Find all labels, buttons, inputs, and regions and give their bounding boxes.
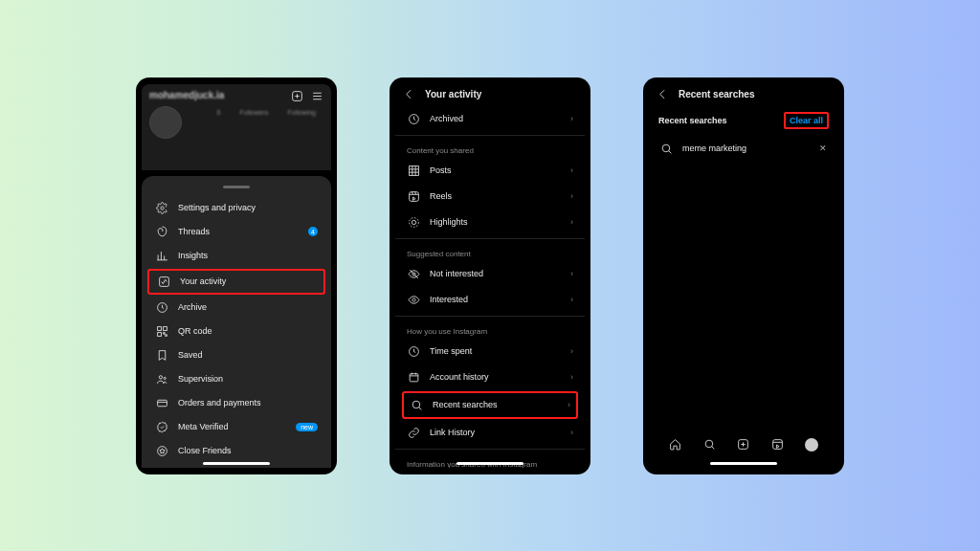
- row-link-history[interactable]: Link History ›: [395, 420, 585, 446]
- reels-icon: [407, 190, 420, 203]
- search-term: meme marketing: [682, 143, 746, 153]
- menu-qr[interactable]: QR code: [142, 320, 331, 343]
- grid-icon: [407, 165, 420, 177]
- gear-icon: [155, 202, 168, 214]
- profile-stats: 0 Followers Following: [217, 109, 316, 116]
- menu-your-activity[interactable]: Your activity: [147, 269, 325, 295]
- chevron-right-icon: ›: [570, 346, 573, 356]
- back-icon[interactable]: [403, 88, 415, 100]
- phone-your-activity: Your activity Archived › Content you sha…: [390, 77, 590, 474]
- menu-label: Your activity: [180, 276, 226, 286]
- chevron-right-icon: ›: [570, 217, 573, 227]
- svg-point-8: [164, 377, 166, 379]
- menu-supervision[interactable]: Supervision: [142, 367, 331, 391]
- page-title: Your activity: [425, 89, 481, 99]
- section-suggested: Suggested content: [395, 242, 585, 261]
- svg-point-23: [705, 440, 713, 448]
- svg-rect-13: [409, 165, 418, 175]
- phone-settings-menu: mohamedjuck.ia 0 Followers Following Set…: [136, 77, 337, 474]
- menu-insights[interactable]: Insights: [142, 244, 331, 268]
- menu-label: Archive: [178, 302, 207, 312]
- menu-label: Settings and privacy: [178, 203, 256, 212]
- nav-home-icon[interactable]: [668, 437, 683, 452]
- menu-orders[interactable]: Orders and payments: [142, 391, 331, 415]
- row-account-history[interactable]: Account history ›: [395, 364, 585, 390]
- search-result-row[interactable]: meme marketing ✕: [649, 137, 838, 161]
- menu-threads[interactable]: Threads 4: [142, 220, 331, 244]
- row-label: Time spent: [430, 346, 472, 356]
- threads-icon: [155, 226, 168, 238]
- row-label: Account history: [430, 372, 489, 382]
- nav-create-icon[interactable]: [736, 437, 751, 452]
- history-icon: [407, 371, 420, 384]
- menu-label: Meta Verified: [178, 422, 229, 431]
- svg-point-16: [412, 220, 415, 224]
- row-not-interested[interactable]: Not interested ›: [395, 261, 585, 287]
- menu-label: Supervision: [178, 374, 223, 384]
- section-usage: How you use Instagram: [395, 320, 585, 339]
- menu-label: Close Friends: [178, 446, 232, 455]
- chevron-right-icon: ›: [570, 295, 573, 304]
- home-indicator: [203, 462, 270, 465]
- nav-search-icon[interactable]: [702, 437, 717, 452]
- menu-saved[interactable]: Saved: [142, 343, 331, 367]
- svg-rect-20: [410, 373, 418, 381]
- row-label: Link History: [430, 428, 475, 437]
- chevron-right-icon: ›: [570, 165, 573, 175]
- close-icon[interactable]: ✕: [819, 143, 827, 153]
- page-title: Recent searches: [679, 89, 755, 99]
- clock-icon: [407, 345, 420, 358]
- row-interested[interactable]: Interested ›: [395, 287, 585, 313]
- hamburger-icon[interactable]: [311, 90, 323, 102]
- avatar: [805, 438, 818, 452]
- chart-icon: [155, 250, 168, 262]
- row-time-spent[interactable]: Time spent ›: [395, 339, 585, 364]
- row-posts[interactable]: Posts ›: [395, 158, 585, 184]
- row-label: Posts: [430, 165, 452, 175]
- chevron-right-icon: ›: [570, 191, 573, 201]
- row-recent-searches[interactable]: Recent searches ›: [402, 391, 578, 419]
- eye-icon: [407, 294, 420, 306]
- menu-close-friends[interactable]: Close Friends: [142, 439, 331, 463]
- svg-rect-6: [157, 332, 161, 336]
- chevron-right-icon: ›: [568, 400, 570, 409]
- svg-point-22: [662, 144, 670, 152]
- clear-all-button[interactable]: Clear all: [784, 112, 829, 129]
- nav-reels-icon[interactable]: [770, 437, 786, 452]
- row-label: Highlights: [430, 217, 468, 227]
- menu-settings[interactable]: Settings and privacy: [142, 196, 331, 220]
- menu-label: Insights: [178, 251, 208, 260]
- card-icon: [155, 397, 168, 409]
- create-icon[interactable]: [291, 90, 303, 102]
- row-reels[interactable]: Reels ›: [395, 184, 585, 209]
- menu-meta-verified[interactable]: Meta Verified new: [142, 415, 331, 439]
- back-icon[interactable]: [657, 88, 669, 100]
- nav-profile-icon[interactable]: [804, 437, 819, 452]
- svg-point-7: [159, 375, 162, 378]
- row-archived[interactable]: Archived ›: [395, 106, 585, 132]
- svg-point-15: [409, 217, 418, 227]
- sheet-handle[interactable]: [223, 186, 250, 188]
- close-friends-icon: [155, 445, 168, 457]
- row-label: Recent searches: [433, 400, 498, 409]
- svg-point-18: [412, 298, 414, 300]
- bottom-nav: [649, 431, 838, 458]
- chevron-right-icon: ›: [570, 269, 573, 278]
- section-content-shared: Content you shared: [395, 139, 585, 158]
- avatar[interactable]: [149, 106, 182, 139]
- badge-count: 4: [308, 227, 318, 236]
- highlights-icon: [407, 216, 420, 229]
- menu-archive[interactable]: Archive: [142, 296, 331, 320]
- archive-icon: [155, 301, 168, 314]
- svg-rect-5: [163, 326, 167, 330]
- section-title: Recent searches: [658, 116, 727, 125]
- section-header: Recent searches Clear all: [649, 110, 838, 137]
- svg-rect-4: [157, 326, 161, 330]
- home-indicator: [710, 462, 777, 465]
- svg-rect-9: [157, 400, 167, 407]
- svg-point-21: [412, 401, 420, 408]
- row-highlights[interactable]: Highlights ›: [395, 209, 585, 235]
- search-icon: [410, 399, 423, 411]
- activity-icon: [157, 276, 170, 288]
- row-label: Reels: [430, 191, 452, 201]
